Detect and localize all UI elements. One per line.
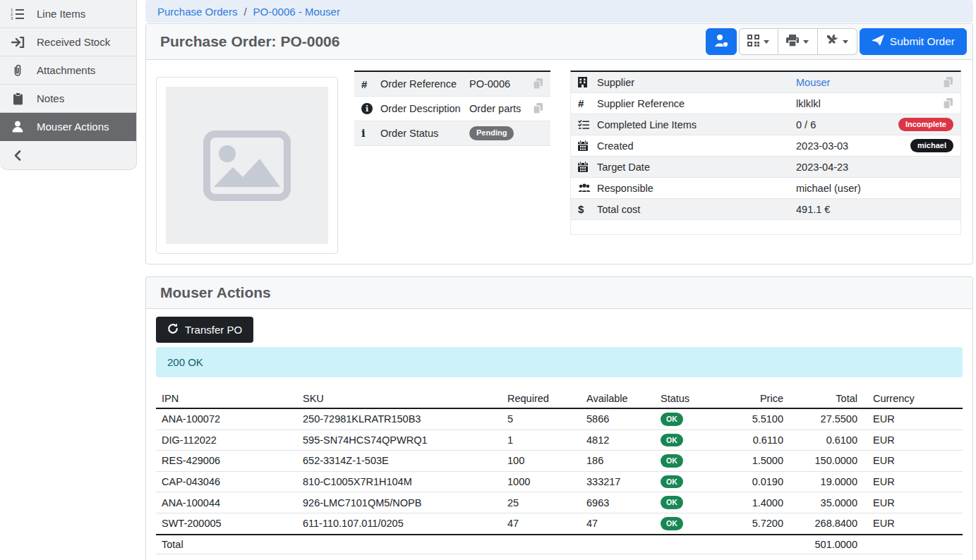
supplier-reference-value: lklklkl (796, 98, 943, 109)
col-status: Status (655, 389, 733, 408)
cell-available: 186 (581, 451, 655, 472)
user-icon (11, 121, 25, 133)
cell-sku: 595-SN74HCS74QPWRQ1 (297, 430, 502, 451)
cell-required: 47 (502, 513, 581, 534)
sign-in-icon (11, 37, 25, 48)
supplier-details-table: Supplier Mouser # Supplier Reference lkl… (570, 71, 961, 235)
cell-sku: 652-3314Z-1-503E (297, 451, 502, 472)
line-items-table: IPN SKU Required Available Status Price … (156, 389, 963, 554)
breadcrumb: Purchase Orders / PO-0006 - Mouser (145, 0, 973, 23)
col-sku: SKU (297, 389, 502, 408)
cell-required: 1000 (502, 471, 581, 492)
barcode-dropdown-button[interactable] (739, 28, 778, 55)
copy-icon[interactable] (943, 98, 953, 109)
breadcrumb-link-po[interactable]: PO-0006 - Mouser (253, 6, 340, 18)
table-row: ANA-100072 250-72981KLRATR150B3 5 5866 O… (156, 408, 963, 430)
building-icon (578, 77, 597, 87)
cell-status: OK (655, 451, 733, 472)
copy-icon[interactable] (533, 78, 543, 90)
order-image-card[interactable] (156, 77, 338, 254)
sidebar-item-attachments[interactable]: Attachments (0, 56, 136, 85)
cell-status: OK (655, 492, 733, 513)
calendar-icon (578, 162, 597, 172)
cell-price: 1.5000 (733, 451, 789, 472)
purchase-order-panel: Purchase Order: PO-0006 (145, 23, 973, 264)
cell-status: OK (655, 513, 733, 534)
ok-badge: OK (661, 475, 683, 489)
print-dropdown-button[interactable] (778, 28, 818, 55)
responsible-value: michael (user) (796, 183, 953, 194)
cell-total: 27.5500 (789, 408, 863, 430)
table-row: DIG-112022 595-SN74HCS74QPWRQ1 1 4812 OK… (156, 430, 963, 451)
image-placeholder-icon (203, 130, 291, 201)
cell-currency: EUR (863, 513, 963, 534)
cell-price: 5.7200 (733, 513, 789, 534)
creator-badge: michael (910, 139, 953, 152)
table-total-row: Total 501.0000 (156, 535, 963, 554)
cell-ipn: DIG-112022 (156, 430, 297, 451)
cell-ipn: ANA-100072 (156, 408, 297, 430)
sidebar-item-received-stock[interactable]: Received Stock (0, 28, 136, 56)
status-alert: 200 OK (156, 347, 963, 377)
cell-required: 5 (502, 408, 581, 430)
ok-badge: OK (661, 413, 683, 426)
cell-required: 25 (502, 492, 581, 513)
cell-status: OK (655, 408, 733, 430)
cell-ipn: RES-429006 (156, 451, 297, 472)
copy-icon[interactable] (533, 103, 543, 114)
submit-order-button[interactable]: Submit Order (860, 28, 967, 55)
sidebar-collapse-button[interactable] (0, 141, 136, 169)
caret-down-icon (764, 40, 769, 44)
caret-down-icon (803, 40, 809, 44)
cell-total: 150.0000 (789, 451, 863, 472)
dollar-icon: $ (578, 203, 597, 215)
list-ol-icon: 123 (11, 8, 25, 20)
cell-available: 4812 (581, 430, 655, 451)
image-placeholder (166, 87, 328, 244)
sidebar-item-line-items[interactable]: 123 Line Items (0, 0, 136, 28)
sidebar-item-label: Line Items (37, 8, 85, 20)
supplier-link[interactable]: Mouser (796, 77, 943, 88)
table-row: ANA-100044 926-LMC7101QM5/NOPB 25 6963 O… (156, 492, 963, 513)
cell-sku: 611-110.107.011/0205 (297, 513, 502, 534)
target-date-value: 2023-04-23 (796, 162, 953, 173)
chevron-left-icon (11, 150, 25, 161)
table-row: CAP-043046 810-C1005X7R1H104M 1000 33321… (156, 471, 963, 492)
cell-total: 19.0000 (789, 471, 863, 492)
breadcrumb-link-purchase-orders[interactable]: Purchase Orders (157, 6, 237, 18)
cell-total: 268.8400 (789, 513, 863, 534)
order-overview: # Order Reference PO-0006 i Order Descri… (146, 60, 972, 264)
order-options-dropdown-button[interactable] (818, 28, 857, 55)
breadcrumb-separator: / (243, 6, 246, 18)
target-date-row: Target Date 2023-04-23 (571, 157, 960, 178)
cell-currency: EUR (863, 430, 963, 451)
sidebar-item-mouser-actions[interactable]: Mouser Actions (0, 113, 136, 141)
cell-currency: EUR (863, 492, 963, 513)
cell-required: 100 (502, 451, 581, 472)
list-check-icon (578, 120, 597, 129)
order-description-value: Order parts (469, 103, 533, 114)
app-root: 123 Line Items Received Stock Attachment… (0, 0, 976, 560)
sidebar-item-label: Notes (37, 92, 64, 104)
order-status-row: i Order Status Pending (354, 121, 550, 146)
cell-ipn: ANA-100044 (156, 492, 297, 513)
sidebar-item-notes[interactable]: Notes (0, 85, 136, 113)
transfer-po-button[interactable]: Transfer PO (156, 317, 253, 343)
hash-icon: # (361, 78, 380, 90)
order-reference-row: # Order Reference PO-0006 (354, 72, 550, 97)
total-label: Total (156, 535, 297, 554)
order-button-group (739, 28, 857, 55)
admin-button[interactable] (706, 28, 737, 55)
ok-badge: OK (661, 434, 683, 447)
copy-icon[interactable] (943, 77, 953, 88)
svg-text:3: 3 (11, 16, 13, 20)
cell-status: OK (655, 471, 733, 492)
sidebar-item-label: Attachments (37, 64, 95, 76)
cell-status: OK (655, 430, 733, 451)
ok-badge: OK (661, 496, 683, 509)
qrcode-icon (747, 35, 759, 49)
info-circle-icon: i (361, 103, 373, 114)
paperclip-icon (11, 64, 25, 77)
refresh-icon (167, 323, 179, 336)
table-body: ANA-100072 250-72981KLRATR150B3 5 5866 O… (156, 408, 963, 535)
